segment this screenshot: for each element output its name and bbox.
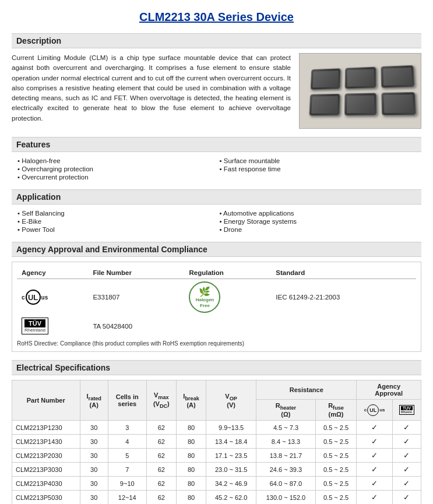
ul-check-cell: ✓	[357, 449, 392, 463]
r-heater-cell: 130.0 ~ 152.0	[256, 491, 316, 504]
tuv-check-cell: ✓	[392, 435, 421, 449]
app-power-tool: Power Tool	[17, 225, 220, 234]
table-row: CLM2213P5030 30 12~14 62 80 45.2 ~ 62.0 …	[12, 491, 421, 504]
part-number-cell: CLM2213P3030	[12, 463, 80, 477]
features-col-left: Halogen-free Overcharging protection Ove…	[17, 157, 220, 181]
feature-halogen-free: Halogen-free	[17, 157, 220, 165]
r-fuse-cell: 0.5 ~ 2.5	[315, 421, 357, 435]
r-fuse-cell: 0.5 ~ 2.5	[315, 463, 357, 477]
r-heater-cell: 13.8 ~ 21.7	[256, 449, 316, 463]
standard-col-header: Standard	[271, 267, 416, 279]
tuv-text: TÜV	[24, 319, 45, 327]
tuv-subtext: Rheinland	[24, 327, 45, 333]
app-col-right: Automotive applications Energy Storage s…	[220, 209, 422, 234]
i-rated-cell: 30	[80, 421, 108, 435]
table-row: CLM2213P2030 30 5 62 80 17.1 ~ 23.5 13.8…	[12, 449, 421, 463]
tuv-check-cell: ✓	[392, 463, 421, 477]
chip-visual	[303, 59, 421, 121]
ul-check-cell: ✓	[357, 491, 392, 504]
ul-text: UL	[28, 293, 38, 302]
agency-col-header: Agency	[17, 267, 88, 279]
ul-approval-header: c UL us	[357, 400, 392, 421]
v-max-cell: 62	[146, 463, 177, 477]
ul-check-cell: ✓	[357, 435, 392, 449]
features-col-right: Surface mountable Fast response time	[220, 157, 422, 181]
part-number-cell: CLM2213P5030	[12, 491, 80, 504]
tuv-approval-header: TÜV Rheinl.	[392, 400, 421, 421]
feature-overcurrent: Overcurrent protection	[17, 173, 220, 181]
v-max-cell: 62	[146, 491, 177, 504]
tuv-check-cell: ✓	[392, 449, 421, 463]
cells-header: Cells inseries	[108, 380, 146, 421]
v-max-cell: 62	[146, 435, 177, 449]
v-op-cell: 34.2 ~ 46.9	[206, 477, 256, 491]
agency-table: Agency File Number Regulation Standard c…	[17, 267, 416, 337]
app-energy-storage: Energy Storage systems	[220, 217, 422, 225]
r-fuse-cell: 0.5 ~ 2.5	[315, 449, 357, 463]
rohs-note: RoHS Directive: Compliance (this product…	[17, 340, 416, 347]
chip-4	[309, 94, 340, 116]
i-break-header: Ibreak(A)	[177, 380, 206, 421]
description-text: Current Limiting Module (CLM) is a chip …	[12, 53, 291, 129]
agency-content: Agency File Number Regulation Standard c…	[12, 262, 421, 352]
feature-surface-mount: Surface mountable	[220, 157, 422, 165]
ul-logo-group: c UL us	[22, 290, 83, 305]
v-max-cell: 62	[146, 477, 177, 491]
v-op-cell: 17.1 ~ 23.5	[206, 449, 256, 463]
v-max-cell: 62	[146, 421, 177, 435]
chip-1	[310, 68, 340, 90]
tuv-standard	[271, 315, 416, 337]
cells-cell: 7	[108, 463, 146, 477]
r-fuse-header: Rfuse(mΩ)	[315, 400, 357, 421]
tuv-logo: TÜV Rheinland	[22, 318, 48, 334]
description-content: Current Limiting Module (CLM) is a chip …	[12, 53, 421, 129]
description-section: Description Current Limiting Module (CLM…	[12, 33, 421, 129]
cells-cell: 12~14	[108, 491, 146, 504]
app-col-left: Self Balancing E-Bike Power Tool	[17, 209, 220, 234]
v-op-header: VOP(V)	[206, 380, 256, 421]
regulation-col-header: Regulation	[184, 267, 271, 279]
agency-approval-header: AgencyApproval	[357, 380, 421, 400]
tuv-regulation	[184, 315, 271, 337]
agency-row-ul: c UL us E331807 🌿 Halogen Free	[17, 279, 416, 316]
r-heater-cell: 4.5 ~ 7.3	[256, 421, 316, 435]
electrical-specs-table: Part Number Irated(A) Cells inseries Vma…	[12, 380, 421, 504]
agency-heading: Agency Approval and Environmental Compli…	[12, 242, 421, 257]
i-break-cell: 80	[177, 477, 206, 491]
file-number-col-header: File Number	[88, 267, 184, 279]
regulation-cell: 🌿 Halogen Free	[184, 279, 271, 316]
r-heater-cell: 24.6 ~ 39.3	[256, 463, 316, 477]
ul-file-number: E331807	[88, 279, 184, 316]
part-number-cell: CLM2213P1230	[12, 421, 80, 435]
tuv-logo-cell: TÜV Rheinland	[17, 315, 88, 337]
tuv-check-cell: ✓	[392, 477, 421, 491]
application-grid: Self Balancing E-Bike Power Tool Automot…	[12, 209, 421, 234]
chip-2	[344, 66, 376, 89]
electrical-section: Electrical Specifications Part Number Ir…	[12, 360, 421, 504]
application-heading: Application	[12, 189, 421, 205]
app-automotive: Automotive applications	[220, 209, 422, 217]
chip-5	[344, 93, 376, 115]
part-number-cell: CLM2213P1430	[12, 435, 80, 449]
v-max-cell: 62	[146, 449, 177, 463]
ul-header-logo: c UL us	[360, 404, 388, 416]
table-row: CLM2213P1230 30 3 62 80 9.9~13.5 4.5 ~ 7…	[12, 421, 421, 435]
table-row: CLM2213P4030 30 9~10 62 80 34.2 ~ 46.9 6…	[12, 477, 421, 491]
r-heater-header: Rheater(Ω)	[256, 400, 316, 421]
us-label: us	[41, 294, 48, 301]
i-break-cell: 80	[177, 421, 206, 435]
i-rated-cell: 30	[80, 463, 108, 477]
ul-standard: IEC 61249-2-21:2003	[271, 279, 416, 316]
part-number-cell: CLM2213P4030	[12, 477, 80, 491]
v-op-cell: 13.4 ~ 18.4	[206, 435, 256, 449]
part-number-header: Part Number	[12, 380, 80, 421]
product-image	[299, 53, 421, 129]
app-drone: Drone	[220, 225, 422, 234]
r-heater-cell: 64.0 ~ 87.0	[256, 477, 316, 491]
ul-check-cell: ✓	[357, 463, 392, 477]
i-rated-cell: 30	[80, 435, 108, 449]
features-heading: Features	[12, 137, 421, 152]
ul-logo-cell: c UL us	[17, 279, 88, 316]
halogen-label-bottom: Free	[200, 303, 210, 309]
cells-cell: 9~10	[108, 477, 146, 491]
